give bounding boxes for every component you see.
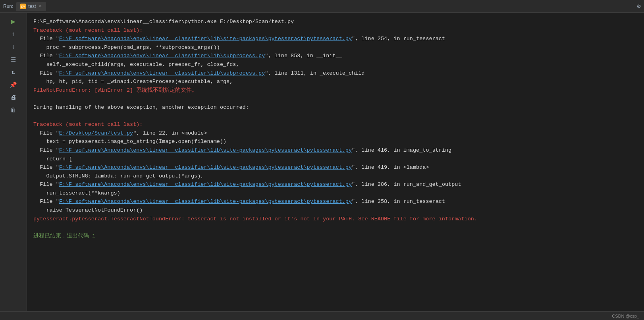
link-subprocess-2[interactable]: F:\F_software\Anaconda\envs\Linear__clas… bbox=[59, 70, 265, 76]
lines-button[interactable]: ☰ bbox=[6, 54, 21, 65]
sort-button[interactable]: ⇅ bbox=[6, 67, 21, 78]
output-line-6: self._execute_child(args, executable, pr… bbox=[33, 60, 638, 69]
output-line-5: File "F:\F_software\Anaconda\envs\Linear… bbox=[33, 52, 638, 60]
output-line-18: File "F:\F_software\Anaconda\envs\Linear… bbox=[33, 163, 638, 172]
output-line-26: 进程已结束，退出代码 1 bbox=[33, 232, 638, 241]
output-line-9: FileNotFoundError: [WinError 2] 系统找不到指定的… bbox=[33, 86, 638, 95]
scroll-up-button[interactable]: ↑ bbox=[6, 29, 21, 40]
link-pytesseract-5[interactable]: F:\F_software\Anaconda\envs\Linear__clas… bbox=[59, 199, 352, 204]
output-line-23: raise TesseractNotFoundError() bbox=[33, 206, 638, 215]
output-line-14: File "E:/Desktop/Scan/test.py", line 22,… bbox=[33, 129, 638, 138]
print-button[interactable]: 🖨 bbox=[6, 92, 21, 103]
run-label: Run: bbox=[3, 4, 13, 9]
link-pytesseract-2[interactable]: F:\F_software\Anaconda\envs\Linear__clas… bbox=[59, 147, 352, 153]
main-area: ▶ ↑ ↓ ☰ ⇅ 📌 🖨 🗑 F:\F_software\Anaconda\e… bbox=[0, 13, 644, 311]
tab-label: test bbox=[28, 4, 36, 9]
output-line-19: Output.STRING: lambda: run_and_get_outpu… bbox=[33, 172, 638, 181]
gear-icon[interactable]: ⚙ bbox=[637, 2, 641, 10]
bottom-label: CSDN @csp_ bbox=[612, 314, 639, 318]
run-tab[interactable]: py test ✕ bbox=[16, 2, 46, 11]
output-line-4: proc = subprocess.Popen(cmd_args, **subp… bbox=[33, 43, 638, 52]
output-line-13: Traceback (most recent call last): bbox=[33, 120, 638, 129]
output-line-3: File "F:\F_software\Anaconda\envs\Linear… bbox=[33, 35, 638, 43]
output-blank-1 bbox=[33, 94, 638, 103]
link-test-py[interactable]: E:/Desktop/Scan/test.py bbox=[59, 130, 133, 136]
output-line-2: Traceback (most recent call last): bbox=[33, 26, 638, 35]
link-pytesseract-3[interactable]: F:\F_software\Anaconda\envs\Linear__clas… bbox=[59, 164, 352, 170]
bottom-bar: CSDN @csp_ bbox=[0, 311, 644, 320]
output-line-1: F:\F_software\Anaconda\envs\Linear__clas… bbox=[33, 17, 638, 26]
tab-close-button[interactable]: ✕ bbox=[39, 4, 42, 9]
tab-icon: py bbox=[20, 4, 26, 9]
output-area[interactable]: F:\F_software\Anaconda\envs\Linear__clas… bbox=[27, 13, 644, 311]
output-line-21: run_tesseract(**kwargs) bbox=[33, 189, 638, 198]
output-line-8: hp, ht, pid, tid = _winapi.CreateProcess… bbox=[33, 77, 638, 86]
output-line-24: pytesseract.pytesseract.TesseractNotFoun… bbox=[33, 215, 638, 224]
output-line-7: File "F:\F_software\Anaconda\envs\Linear… bbox=[33, 69, 638, 78]
output-line-16: File "F:\F_software\Anaconda\envs\Linear… bbox=[33, 146, 638, 155]
left-toolbar: ▶ ↑ ↓ ☰ ⇅ 📌 🖨 🗑 bbox=[0, 13, 27, 311]
output-line-22: File "F:\F_software\Anaconda\envs\Linear… bbox=[33, 197, 638, 206]
pin-button[interactable]: 📌 bbox=[6, 79, 21, 91]
output-blank-2 bbox=[33, 112, 638, 121]
output-line-17: return { bbox=[33, 155, 638, 164]
output-blank-3 bbox=[33, 223, 638, 232]
output-line-11: During handling of the above exception, … bbox=[33, 103, 638, 112]
output-line-20: File "F:\F_software\Anaconda\envs\Linear… bbox=[33, 180, 638, 189]
link-pytesseract-4[interactable]: F:\F_software\Anaconda\envs\Linear__clas… bbox=[59, 181, 352, 187]
output-line-15: text = pytesseract.image_to_string(Image… bbox=[33, 137, 638, 146]
delete-button[interactable]: 🗑 bbox=[6, 105, 21, 116]
link-pytesseract-1[interactable]: F:\F_software\Anaconda\envs\Linear__clas… bbox=[59, 36, 352, 42]
top-bar: Run: py test ✕ ⚙ bbox=[0, 0, 644, 13]
scroll-down-button[interactable]: ↓ bbox=[6, 41, 21, 52]
play-button[interactable]: ▶ bbox=[6, 16, 21, 27]
link-subprocess-1[interactable]: F:\F_software\Anaconda\envs\Linear__clas… bbox=[59, 53, 265, 59]
